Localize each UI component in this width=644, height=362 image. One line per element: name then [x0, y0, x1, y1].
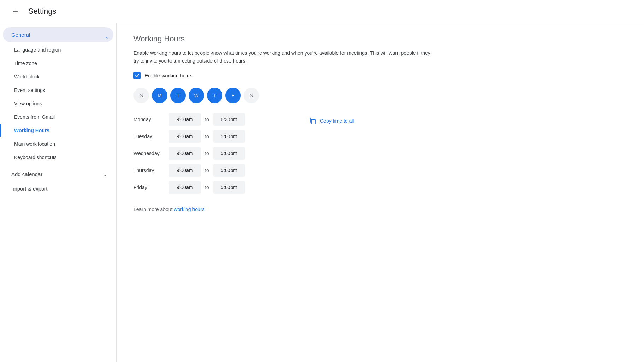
- time-rows: Monday 9:00am to 6:30pm Tuesday 9:00am t…: [133, 113, 296, 198]
- day-label-thursday: Thursday: [133, 168, 169, 173]
- sidebar-item-event-settings[interactable]: Event settings: [0, 84, 113, 97]
- page-title: Settings: [28, 7, 56, 16]
- main-content: Working Hours Enable working hours to le…: [117, 23, 644, 362]
- sidebar-item-world-clock[interactable]: World clock: [0, 70, 113, 83]
- time-row-monday: Monday 9:00am to 6:30pm: [133, 113, 296, 126]
- sidebar-item-keyboard-shortcuts[interactable]: Keyboard shortcuts: [0, 151, 113, 164]
- day-circle-sunday[interactable]: S: [133, 88, 149, 103]
- svg-rect-0: [311, 119, 315, 124]
- time-rows-container: Monday 9:00am to 6:30pm Tuesday 9:00am t…: [133, 113, 627, 198]
- working-hours-link[interactable]: working hours: [174, 206, 204, 212]
- sidebar-general-label: General: [11, 32, 30, 38]
- start-time-tuesday[interactable]: 9:00am: [169, 130, 201, 143]
- learn-more: Learn more about working hours.: [133, 206, 627, 212]
- section-description: Enable working hours to let people know …: [133, 49, 437, 65]
- to-separator-thursday: to: [201, 168, 213, 173]
- to-separator-wednesday: to: [201, 151, 213, 156]
- checkbox-checked-icon: [133, 72, 141, 79]
- time-inputs-friday: 9:00am to 5:00pm: [169, 181, 296, 194]
- day-circle-tuesday[interactable]: T: [170, 88, 186, 103]
- day-label-wednesday: Wednesday: [133, 151, 169, 156]
- section-title: Working Hours: [133, 34, 627, 43]
- day-circle-friday[interactable]: F: [225, 88, 241, 103]
- header: ← Settings: [0, 0, 644, 23]
- sidebar-items-list: Language and region Time zone World cloc…: [0, 43, 116, 164]
- copy-icon: [309, 117, 317, 125]
- start-time-thursday[interactable]: 9:00am: [169, 164, 201, 177]
- to-separator-friday: to: [201, 185, 213, 190]
- end-time-thursday[interactable]: 5:00pm: [213, 164, 245, 177]
- end-time-monday[interactable]: 6:30pm: [213, 113, 245, 126]
- day-label-friday: Friday: [133, 185, 169, 190]
- enable-working-hours-label: Enable working hours: [145, 73, 192, 78]
- day-label-tuesday: Tuesday: [133, 134, 169, 139]
- time-inputs-monday: 9:00am to 6:30pm: [169, 113, 296, 126]
- day-circle-monday[interactable]: M: [152, 88, 167, 103]
- sidebar-item-language-region[interactable]: Language and region: [0, 43, 113, 56]
- day-circle-thursday[interactable]: T: [207, 88, 222, 103]
- time-row-thursday: Thursday 9:00am to 5:00pm: [133, 164, 296, 177]
- day-circle-saturday[interactable]: S: [244, 88, 259, 103]
- learn-more-suffix: .: [205, 206, 206, 212]
- enable-working-hours-row: Enable working hours: [133, 72, 627, 79]
- day-label-monday: Monday: [133, 117, 169, 122]
- sidebar-add-calendar[interactable]: Add calendar ⌄: [3, 167, 113, 181]
- chevron-up-icon: ‸: [106, 31, 108, 39]
- to-separator-monday: to: [201, 117, 213, 122]
- sidebar-general-header[interactable]: General ‸: [3, 27, 113, 42]
- sidebar-item-time-zone[interactable]: Time zone: [0, 57, 113, 70]
- time-row-friday: Friday 9:00am to 5:00pm: [133, 181, 296, 194]
- enable-working-hours-checkbox[interactable]: Enable working hours: [133, 72, 192, 79]
- sidebar-import-export[interactable]: Import & export: [3, 182, 113, 195]
- chevron-down-icon: ⌄: [102, 170, 108, 178]
- end-time-wednesday[interactable]: 5:00pm: [213, 147, 245, 160]
- time-row-wednesday: Wednesday 9:00am to 5:00pm: [133, 147, 296, 160]
- sidebar-item-view-options[interactable]: View options: [0, 97, 113, 110]
- day-circle-wednesday[interactable]: W: [189, 88, 204, 103]
- start-time-friday[interactable]: 9:00am: [169, 181, 201, 194]
- copy-time-to-all-button[interactable]: Copy time to all: [307, 114, 355, 128]
- end-time-friday[interactable]: 5:00pm: [213, 181, 245, 194]
- sidebar-item-working-hours[interactable]: Working Hours: [0, 124, 113, 137]
- time-inputs-tuesday: 9:00am to 5:00pm: [169, 130, 296, 143]
- sidebar-bottom: Add calendar ⌄ Import & export: [0, 167, 116, 195]
- sidebar: General ‸ Language and region Time zone …: [0, 23, 117, 362]
- time-row-tuesday: Tuesday 9:00am to 5:00pm: [133, 130, 296, 143]
- copy-time-wrapper: Copy time to all: [307, 113, 355, 128]
- sidebar-item-main-work-location[interactable]: Main work location: [0, 138, 113, 150]
- back-button[interactable]: ←: [8, 4, 23, 18]
- end-time-tuesday[interactable]: 5:00pm: [213, 130, 245, 143]
- day-circles-row: S M T W T F S: [133, 88, 627, 103]
- time-inputs-wednesday: 9:00am to 5:00pm: [169, 147, 296, 160]
- start-time-wednesday[interactable]: 9:00am: [169, 147, 201, 160]
- start-time-monday[interactable]: 9:00am: [169, 113, 201, 126]
- copy-time-label: Copy time to all: [320, 118, 354, 124]
- to-separator-tuesday: to: [201, 134, 213, 139]
- layout: General ‸ Language and region Time zone …: [0, 23, 644, 362]
- learn-more-prefix: Learn more about: [133, 206, 174, 212]
- time-inputs-thursday: 9:00am to 5:00pm: [169, 164, 296, 177]
- sidebar-item-events-from-gmail[interactable]: Events from Gmail: [0, 111, 113, 123]
